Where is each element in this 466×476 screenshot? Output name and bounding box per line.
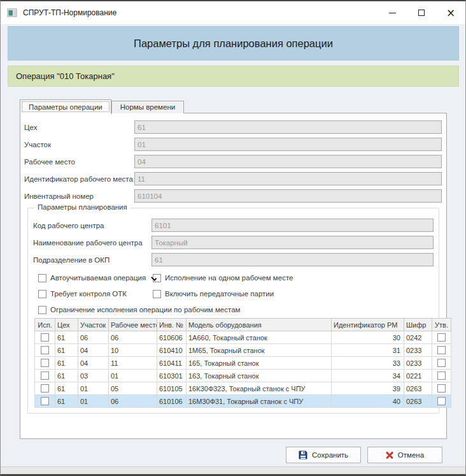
- tab-page-operation-parameters: Цех 61 Участок 01 Рабочее место 04 Идент…: [20, 113, 447, 439]
- row-use-cell: [35, 357, 55, 370]
- checkbox-qc-control[interactable]: Требует контроля ОТК: [38, 290, 153, 298]
- operation-bar: Операция "010 Токарная": [8, 66, 459, 87]
- workplace-id-input: 11: [134, 172, 442, 185]
- row-cell: 10: [109, 344, 157, 357]
- row-cell: 61: [55, 382, 78, 395]
- table-row[interactable]: 610301610301163, Токарный станок340221: [35, 370, 451, 382]
- row-cell: 0263: [404, 382, 432, 395]
- checkbox-icon[interactable]: [153, 274, 161, 282]
- row-approved-checkbox[interactable]: [437, 397, 446, 405]
- checkbox-transfer-batches[interactable]: Включить передаточные партии: [153, 290, 274, 298]
- row-use-checkbox[interactable]: [41, 371, 49, 380]
- row-cell: 16К30Ф323, Токарный станок с ЧПУ: [187, 382, 332, 395]
- close-icon: ×: [446, 8, 455, 18]
- cancel-x-icon: [386, 451, 393, 459]
- tab-time-norms[interactable]: Нормы времени: [111, 101, 184, 113]
- checkbox-icon[interactable]: [38, 274, 46, 282]
- checkbox-label: Требует контроля ОТК: [50, 290, 127, 298]
- dialog-header: Параметры для планирования операции: [8, 26, 459, 61]
- minimize-button[interactable]: [378, 1, 407, 24]
- row-use-checkbox[interactable]: [41, 359, 49, 367]
- row-cell: 34: [332, 370, 404, 382]
- field-work-center-code: Код рабочего центра 6101: [33, 219, 434, 232]
- row-approved-checkbox[interactable]: [437, 384, 446, 393]
- tab-strip: Параметры операции Нормы времени: [20, 99, 184, 113]
- app-icon: [7, 8, 17, 18]
- workplace-fields: Цех 61 Участок 01 Рабочее место 04 Идент…: [20, 113, 446, 414]
- column-header-section[interactable]: Участок: [78, 319, 109, 331]
- row-cell: 0263: [404, 395, 432, 408]
- table-row[interactable]: 61010561010516К30Ф323, Токарный станок с…: [35, 382, 451, 395]
- row-approved-cell: [432, 370, 451, 382]
- column-header-workshop[interactable]: Цех: [55, 319, 78, 331]
- row-cell: 610106: [157, 395, 187, 408]
- table-row[interactable]: 61010661010616М30Ф31, Токарный станок с …: [35, 395, 451, 408]
- row-cell: 61: [55, 344, 78, 357]
- checkbox-workplace-restriction[interactable]: Ограничение исполнения операции по рабоч…: [38, 306, 240, 314]
- row-approved-cell: [432, 357, 451, 370]
- window-controls: ×: [378, 1, 465, 24]
- minimize-icon: [389, 13, 396, 13]
- checkbox-auto-accounted[interactable]: Автоучитываемая операция: [38, 274, 153, 282]
- field-workshop: Цех 61: [24, 120, 442, 134]
- table-row[interactable]: 610411610411165, Токарный станок330233: [35, 357, 451, 370]
- column-header-workplace-id[interactable]: Идентификатор РМ: [332, 319, 404, 331]
- save-button-label: Сохранить: [312, 451, 348, 459]
- checkbox-single-workplace[interactable]: Исполнение на одном рабочем месте: [153, 274, 293, 282]
- table-row[interactable]: 6104106104101М65, Токарный станок310233: [35, 344, 451, 357]
- row-use-checkbox[interactable]: [41, 346, 49, 354]
- row-cell: 04: [78, 344, 109, 357]
- field-label: Код рабочего центра: [33, 222, 152, 229]
- okp-division-input: 61: [152, 253, 434, 266]
- row-approved-checkbox[interactable]: [437, 333, 446, 342]
- column-header-workplace[interactable]: Рабочее место: [109, 319, 157, 331]
- row-cell: 0221: [404, 370, 432, 382]
- row-cell: 61: [55, 357, 78, 370]
- column-header-use[interactable]: Исп.: [35, 319, 55, 331]
- row-cell: 30: [332, 331, 404, 344]
- workplace-input: 04: [134, 155, 442, 168]
- checkbox-label: Автоучитываемая операция: [50, 274, 146, 282]
- checkbox-icon[interactable]: [153, 290, 161, 298]
- field-okp-division: Подразделение в ОКП 61: [33, 253, 434, 266]
- field-label: Инвентарный номер: [24, 192, 134, 200]
- dialog-window: СПРУТ-ТП-Нормирование × Параметры для пл…: [0, 0, 466, 476]
- row-cell: 61: [55, 370, 78, 382]
- checkbox-icon[interactable]: [38, 306, 46, 314]
- checkbox-label: Исполнение на одном рабочем месте: [165, 274, 293, 282]
- checkbox-row-2: Требует контроля ОТК Включить передаточн…: [38, 289, 434, 298]
- row-use-cell: [35, 370, 55, 382]
- field-section: Участок 01: [24, 138, 442, 151]
- table-row[interactable]: 6106066106061А660, Токарный станок300242: [35, 331, 451, 344]
- row-cell: 40: [332, 395, 404, 408]
- row-cell: 610606: [157, 331, 187, 344]
- row-approved-checkbox[interactable]: [437, 371, 446, 380]
- work-center-code-input: 6101: [152, 219, 434, 232]
- row-cell: 1М65, Токарный станок: [187, 344, 332, 357]
- save-button[interactable]: Сохранить: [286, 447, 361, 463]
- inventory-number-input: 610104: [134, 189, 442, 203]
- row-use-checkbox[interactable]: [41, 333, 49, 342]
- column-header-inventory[interactable]: Инв. №: [157, 319, 187, 331]
- cancel-button[interactable]: Отмена: [367, 447, 442, 463]
- checkbox-row-1: Автоучитываемая операция Исполнение на о…: [38, 273, 434, 282]
- close-button[interactable]: ×: [436, 1, 465, 24]
- tab-operation-parameters[interactable]: Параметры операции: [20, 99, 111, 114]
- row-cell: 165, Токарный станок: [187, 357, 332, 370]
- table-header-row: Исп. Цех Участок Рабочее место Инв. № Мо…: [35, 319, 451, 331]
- row-approved-checkbox[interactable]: [437, 346, 446, 354]
- row-approved-checkbox[interactable]: [437, 359, 446, 367]
- work-center-name-input: Токарный: [152, 236, 434, 249]
- column-header-code[interactable]: Шифр: [404, 319, 432, 331]
- field-label: Участок: [24, 141, 134, 148]
- field-workplace-id: Идентификатор рабочего места 11: [24, 172, 442, 185]
- row-use-checkbox[interactable]: [41, 384, 49, 393]
- checkbox-icon[interactable]: [38, 290, 46, 298]
- row-cell: 39: [332, 382, 404, 395]
- field-label: Идентификатор рабочего места: [24, 175, 134, 183]
- row-use-checkbox[interactable]: [41, 397, 49, 405]
- column-header-approved[interactable]: Утв.: [432, 319, 451, 331]
- field-workplace: Рабочее место 04: [24, 155, 442, 168]
- column-header-model[interactable]: Модель оборудования: [187, 319, 332, 331]
- maximize-button[interactable]: [407, 1, 436, 24]
